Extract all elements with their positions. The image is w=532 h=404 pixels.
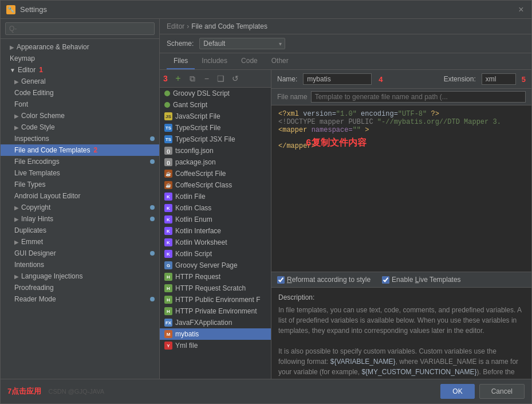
- reformat-checkbox-label[interactable]: Reformat according to style: [277, 276, 371, 284]
- list-item[interactable]: K Kotlin Enum: [160, 214, 271, 225]
- json-icon: {}: [164, 158, 172, 166]
- list-item[interactable]: K Kotlin File: [160, 191, 271, 202]
- close-button[interactable]: ×: [517, 5, 526, 14]
- sidebar-item-editor[interactable]: ▼ Editor 1: [1, 64, 159, 76]
- list-item[interactable]: FX JavaFXApplication: [160, 317, 271, 328]
- duplicate-template-button[interactable]: ❑: [215, 72, 227, 85]
- sidebar-item-color-scheme[interactable]: ▶ Color Scheme: [1, 110, 159, 121]
- left-panel: ▶ Appearance & Behavior Keymap ▼ Editor …: [1, 19, 160, 379]
- kotlin-icon: K: [164, 238, 172, 246]
- sidebar-item-android-layout[interactable]: Android Layout Editor: [1, 190, 159, 202]
- kotlin-icon: K: [164, 227, 172, 235]
- sidebar-item-label: File Types: [14, 181, 45, 189]
- code-editor[interactable]: <?xml version="1.0" encoding="UTF-8" ?> …: [271, 105, 531, 272]
- tabs-bar: Files Includes Code Other: [160, 53, 531, 70]
- sidebar-item-gui-designer[interactable]: GUI Designer: [1, 248, 159, 259]
- list-item[interactable]: TS TypeScript File: [160, 122, 271, 134]
- search-box: [1, 19, 159, 39]
- sidebar-item-reader-mode[interactable]: Reader Mode: [1, 293, 159, 305]
- code-line-3: <mapper namespace="" >: [278, 126, 525, 134]
- list-item[interactable]: JS JavaScript File: [160, 111, 271, 122]
- sidebar-item-emmet[interactable]: ▶ Emmet: [1, 236, 159, 248]
- list-item[interactable]: Groovy DSL Script: [160, 88, 271, 99]
- list-item[interactable]: H HTTP Request Scratch: [160, 283, 271, 294]
- sidebar-item-appearance[interactable]: ▶ Appearance & Behavior: [1, 41, 159, 53]
- sidebar-item-file-encodings[interactable]: File Encodings: [1, 156, 159, 167]
- watermark: 7点击应用 CSDN @GJQ-JAVA: [7, 386, 104, 397]
- remove-template-button[interactable]: −: [200, 72, 213, 85]
- reset-template-button[interactable]: ↺: [229, 72, 242, 85]
- sidebar-item-label: Code Editing: [14, 89, 54, 97]
- sidebar-item-lang-injections[interactable]: ▶ Language Injections: [1, 270, 159, 282]
- file-item-label: CoffeeScript Class: [175, 181, 232, 189]
- list-item[interactable]: H HTTP Private Environment: [160, 305, 271, 317]
- ok-button[interactable]: OK: [440, 384, 474, 399]
- tab-code[interactable]: Code: [234, 53, 265, 69]
- file-toolbar: 3 + ⧉ − ❑ ↺: [160, 70, 271, 88]
- filename-input[interactable]: [311, 91, 526, 103]
- sidebar-item-inspections[interactable]: Inspections: [1, 133, 159, 144]
- tab-includes[interactable]: Includes: [195, 53, 234, 69]
- coffee-icon: ☕: [164, 181, 172, 189]
- sidebar-item-label: Inspections: [14, 135, 49, 143]
- cancel-button[interactable]: Cancel: [479, 384, 525, 399]
- annotation-2: 2: [94, 146, 98, 154]
- sidebar-item-general[interactable]: ▶ General: [1, 76, 159, 87]
- sidebar-item-file-templates[interactable]: File and Code Templates 2: [1, 144, 159, 156]
- list-item[interactable]: TS TypeScript JSX File: [160, 134, 271, 145]
- groovy-icon: [164, 91, 170, 96]
- list-item[interactable]: Gant Script: [160, 99, 271, 111]
- kotlin-icon: K: [164, 193, 172, 201]
- sidebar-item-font[interactable]: Font: [1, 99, 159, 110]
- list-item[interactable]: K Kotlin Worksheet: [160, 237, 271, 248]
- sidebar-item-code-editing[interactable]: Code Editing: [1, 87, 159, 99]
- list-item[interactable]: H HTTP Public Environment F: [160, 294, 271, 305]
- settings-dialog: 🔧 Settings × ▶ Appearance & Behavior Key…: [0, 0, 532, 404]
- reformat-checkbox[interactable]: [277, 276, 285, 284]
- sidebar-item-duplicates[interactable]: Duplicates: [1, 225, 159, 236]
- file-item-label: mybatis: [175, 330, 199, 338]
- breadcrumb-parent: Editor: [167, 22, 184, 30]
- description-text: In file templates, you can use text, cod…: [278, 305, 525, 379]
- tab-other[interactable]: Other: [265, 53, 295, 69]
- scheme-bar: Scheme: Default Project: [160, 34, 531, 53]
- sidebar-item-label: File and Code Templates: [14, 146, 90, 154]
- list-item[interactable]: {} tsconfig.json: [160, 145, 271, 156]
- list-item[interactable]: K Kotlin Class: [160, 202, 271, 214]
- list-item[interactable]: K Kotlin Script: [160, 248, 271, 260]
- list-item[interactable]: K Kotlin Interface: [160, 225, 271, 237]
- add-template-button[interactable]: +: [172, 72, 184, 85]
- sidebar-item-intentions[interactable]: Intentions: [1, 259, 159, 270]
- list-item[interactable]: H HTTP Request: [160, 271, 271, 283]
- sidebar-item-live-templates[interactable]: Live Templates: [1, 167, 159, 179]
- ext-input[interactable]: [482, 73, 516, 85]
- sidebar-item-copyright[interactable]: ▶ Copyright: [1, 202, 159, 213]
- sidebar-item-inlay-hints[interactable]: ▶ Inlay Hints: [1, 213, 159, 225]
- file-item-label: Kotlin Interface: [175, 227, 221, 235]
- file-item-label: Kotlin Script: [175, 250, 212, 258]
- tab-files[interactable]: Files: [167, 53, 195, 69]
- window-title: Settings: [20, 5, 517, 14]
- list-item[interactable]: {} package.json: [160, 156, 271, 168]
- sidebar-item-proofreading[interactable]: Proofreading: [1, 282, 159, 293]
- editor-footer: Reformat according to style Enable Live …: [271, 272, 531, 287]
- sidebar-item-keymap[interactable]: Keymap: [1, 53, 159, 64]
- file-item-label: package.json: [175, 158, 216, 166]
- list-item[interactable]: ☕ CoffeeScript Class: [160, 179, 271, 191]
- expand-arrow: ▶: [14, 79, 19, 85]
- copyright-badge: [150, 205, 155, 210]
- scheme-select[interactable]: Default Project: [199, 38, 285, 49]
- list-item[interactable]: G Groovy Server Page: [160, 260, 271, 271]
- list-item[interactable]: Y Yml file: [160, 340, 271, 351]
- name-input[interactable]: [303, 73, 372, 85]
- copy-template-button[interactable]: ⧉: [186, 72, 199, 85]
- sidebar-item-code-style[interactable]: ▶ Code Style: [1, 121, 159, 133]
- sidebar-item-file-types[interactable]: File Types: [1, 179, 159, 190]
- live-templates-checkbox-label[interactable]: Enable Live Templates: [382, 276, 461, 284]
- list-item[interactable]: ☕ CoffeeScript File: [160, 168, 271, 179]
- file-item-label: HTTP Public Environment F: [175, 296, 261, 304]
- list-item-mybatis[interactable]: M mybatis: [160, 328, 271, 340]
- file-item-label: JavaScript File: [175, 112, 220, 120]
- live-templates-checkbox[interactable]: [382, 276, 389, 284]
- search-input[interactable]: [5, 22, 155, 35]
